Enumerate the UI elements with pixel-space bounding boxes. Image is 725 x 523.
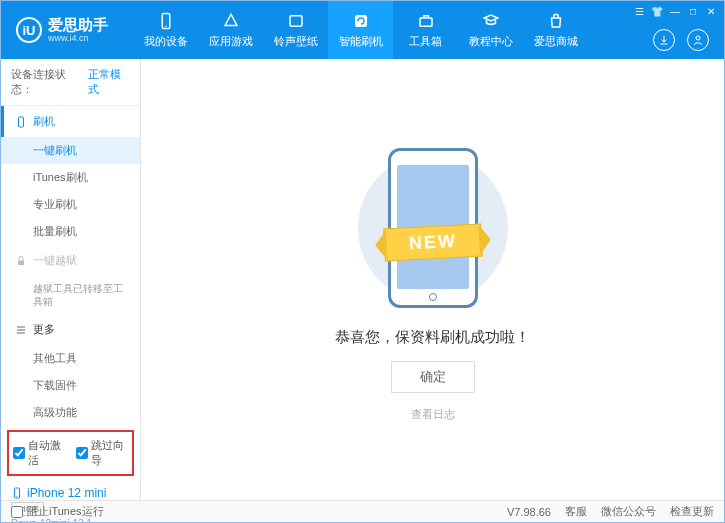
svg-rect-7 xyxy=(18,260,24,265)
sidebar-item-other-tools[interactable]: 其他工具 xyxy=(1,345,140,372)
block-itunes-checkbox[interactable]: 阻止iTunes运行 xyxy=(11,504,104,519)
svg-point-9 xyxy=(17,496,18,497)
nav-flash[interactable]: 智能刷机 xyxy=(328,1,393,59)
status-value: 正常模式 xyxy=(88,67,130,97)
jailbreak-note: 越狱工具已转移至工具箱 xyxy=(1,276,140,314)
svg-rect-6 xyxy=(19,117,24,127)
download-icon xyxy=(658,34,670,46)
sidebar-item-pro-flash[interactable]: 专业刷机 xyxy=(1,191,140,218)
app-url: www.i4.cn xyxy=(48,33,108,43)
minimize-icon[interactable]: — xyxy=(668,4,682,18)
nav-tutorials[interactable]: 教程中心 xyxy=(458,1,523,59)
auto-activate-checkbox[interactable]: 自动激活 xyxy=(13,438,66,468)
success-message: 恭喜您，保资料刷机成功啦！ xyxy=(335,328,530,347)
flash-options-highlight: 自动激活 跳过向导 xyxy=(7,430,134,476)
sidebar-item-advanced[interactable]: 高级功能 xyxy=(1,399,140,426)
svg-rect-3 xyxy=(355,15,367,27)
lock-icon xyxy=(15,255,27,267)
nav-ringtones[interactable]: 铃声壁纸 xyxy=(263,1,328,59)
svg-rect-4 xyxy=(420,18,432,26)
section-jailbreak[interactable]: 一键越狱 xyxy=(1,245,140,276)
nav-toolbox[interactable]: 工具箱 xyxy=(393,1,458,59)
version-label: V7.98.66 xyxy=(507,506,551,518)
nav-apps[interactable]: 应用游戏 xyxy=(198,1,263,59)
wallpaper-icon xyxy=(287,12,305,30)
phone-icon xyxy=(157,12,175,30)
user-icon xyxy=(692,34,704,46)
nav-my-device[interactable]: 我的设备 xyxy=(133,1,198,59)
phone-icon xyxy=(11,486,23,500)
update-link[interactable]: 检查更新 xyxy=(670,504,714,519)
device-name: iPhone 12 mini xyxy=(11,486,130,500)
sidebar-item-oneclick-flash[interactable]: 一键刷机 xyxy=(1,137,140,164)
section-more[interactable]: 更多 xyxy=(1,314,140,345)
new-ribbon: NEW xyxy=(383,223,483,261)
wechat-link[interactable]: 微信公众号 xyxy=(601,504,656,519)
tutorial-icon xyxy=(482,12,500,30)
window-controls: ☰ 👕 — □ ✕ xyxy=(626,1,724,21)
section-flash[interactable]: 刷机 xyxy=(1,106,140,137)
skin-icon[interactable]: 👕 xyxy=(650,4,664,18)
toolbox-icon xyxy=(417,12,435,30)
menu-icon xyxy=(15,324,27,336)
main-content: NEW 恭喜您，保资料刷机成功啦！ 确定 查看日志 xyxy=(141,59,724,500)
success-illustration: NEW xyxy=(333,138,533,318)
sidebar-item-batch-flash[interactable]: 批量刷机 xyxy=(1,218,140,245)
sidebar-item-itunes-flash[interactable]: iTunes刷机 xyxy=(1,164,140,191)
close-icon[interactable]: ✕ xyxy=(704,4,718,18)
menu-icon[interactable]: ☰ xyxy=(632,4,646,18)
support-link[interactable]: 客服 xyxy=(565,504,587,519)
download-button[interactable] xyxy=(653,29,675,51)
store-icon xyxy=(547,12,565,30)
main-nav: 我的设备 应用游戏 铃声壁纸 智能刷机 工具箱 教程中心 爱思商城 xyxy=(133,1,588,59)
flash-icon xyxy=(352,12,370,30)
confirm-button[interactable]: 确定 xyxy=(391,361,475,393)
user-button[interactable] xyxy=(687,29,709,51)
svg-rect-2 xyxy=(290,15,302,26)
sidebar-item-download-fw[interactable]: 下载固件 xyxy=(1,372,140,399)
nav-store[interactable]: 爱思商城 xyxy=(523,1,588,59)
apps-icon xyxy=(222,12,240,30)
app-logo: iU 爱思助手 www.i4.cn xyxy=(1,17,123,44)
app-name: 爱思助手 xyxy=(48,17,108,34)
app-header: ☰ 👕 — □ ✕ iU 爱思助手 www.i4.cn 我的设备 应用游戏 铃声… xyxy=(1,1,724,59)
skip-guide-checkbox[interactable]: 跳过向导 xyxy=(76,438,129,468)
svg-point-1 xyxy=(165,25,167,27)
svg-point-5 xyxy=(696,36,700,40)
view-log-link[interactable]: 查看日志 xyxy=(411,407,455,422)
sidebar: 设备连接状态： 正常模式 刷机 一键刷机 iTunes刷机 专业刷机 批量刷机 … xyxy=(1,59,141,500)
maximize-icon[interactable]: □ xyxy=(686,4,700,18)
phone-icon xyxy=(15,116,27,128)
logo-icon: iU xyxy=(16,17,42,43)
connection-status: 设备连接状态： 正常模式 xyxy=(1,59,140,106)
header-right xyxy=(653,29,709,51)
